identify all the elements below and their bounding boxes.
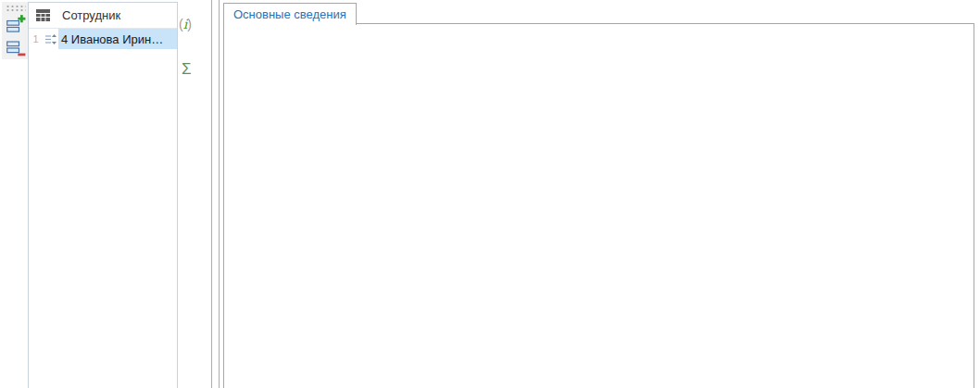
employee-table-header[interactable]: Сотрудник: [29, 3, 177, 29]
add-row-button[interactable]: [5, 13, 27, 35]
info-button[interactable]: (i): [179, 17, 192, 31]
panel-splitter[interactable]: [219, 0, 220, 388]
delete-row-button[interactable]: [5, 37, 27, 59]
info-icon: ): [187, 17, 192, 31]
employee-table: Сотрудник 1 4 Иванова Ирин…: [28, 2, 178, 388]
delete-row-icon: [6, 38, 26, 58]
row-number: 1: [29, 29, 43, 49]
employee-column-title: Сотрудник: [62, 8, 120, 22]
tab-main-info[interactable]: Основные сведения: [223, 3, 357, 25]
panel-splitter[interactable]: [211, 0, 212, 388]
toolbar-grip[interactable]: [6, 5, 26, 11]
selected-employee-cell[interactable]: 4 Иванова Ирин…: [58, 29, 177, 49]
totals-button[interactable]: Σ: [182, 60, 192, 79]
row-sort-icon: [43, 29, 58, 49]
form-page: [223, 23, 974, 388]
sigma-icon: Σ: [182, 60, 192, 78]
add-row-icon: [6, 14, 26, 34]
list-toolbar: [2, 2, 29, 59]
app-window: Сотрудник 1 4 Иванова Ирин… (i) Σ: [0, 0, 980, 388]
table-row[interactable]: 1 4 Иванова Ирин…: [29, 29, 177, 49]
table-grid-icon: [36, 9, 50, 21]
